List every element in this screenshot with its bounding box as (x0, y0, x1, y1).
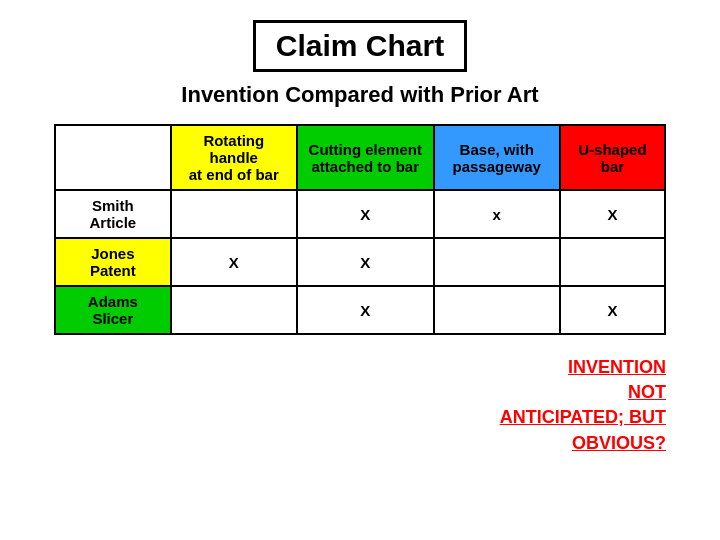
cell-jones-base (434, 238, 560, 286)
header-cutting: Cutting elementattached to bar (297, 125, 434, 190)
cell-smith-rotating (171, 190, 297, 238)
table-row: SmithArticle X x X (55, 190, 665, 238)
row-label-smith: SmithArticle (55, 190, 171, 238)
table-row: JonesPatent X X (55, 238, 665, 286)
title-box: Claim Chart (253, 20, 467, 72)
cell-adams-ushaped: X (560, 286, 665, 334)
cell-adams-base (434, 286, 560, 334)
claim-table: Rotating handleat end of bar Cutting ele… (54, 124, 666, 335)
header-empty (55, 125, 171, 190)
invention-text: INVENTIONNOTANTICIPATED; BUTOBVIOUS? (500, 357, 666, 453)
cell-jones-cutting: X (297, 238, 434, 286)
table-row: AdamsSlicer X X (55, 286, 665, 334)
row-label-adams: AdamsSlicer (55, 286, 171, 334)
cell-smith-base: x (434, 190, 560, 238)
cell-smith-cutting: X (297, 190, 434, 238)
header-rotating: Rotating handleat end of bar (171, 125, 297, 190)
header-base: Base, withpassageway (434, 125, 560, 190)
cell-jones-ushaped (560, 238, 665, 286)
cell-jones-rotating: X (171, 238, 297, 286)
cell-adams-cutting: X (297, 286, 434, 334)
header-ushaped: U-shapedbar (560, 125, 665, 190)
page-title: Claim Chart (276, 29, 444, 62)
cell-adams-rotating (171, 286, 297, 334)
subtitle: Invention Compared with Prior Art (181, 82, 538, 108)
invention-note: INVENTIONNOTANTICIPATED; BUTOBVIOUS? (54, 355, 666, 456)
row-label-jones: JonesPatent (55, 238, 171, 286)
cell-smith-ushaped: X (560, 190, 665, 238)
header-row: Rotating handleat end of bar Cutting ele… (55, 125, 665, 190)
